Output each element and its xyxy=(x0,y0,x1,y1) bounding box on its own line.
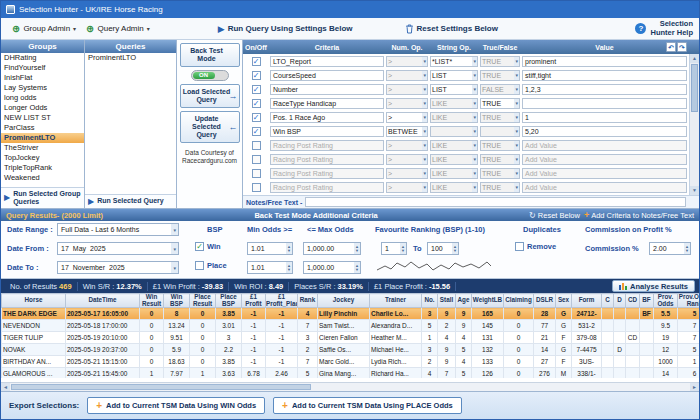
criteria-value-input[interactable]: 1 xyxy=(522,112,687,123)
criteria-value-input[interactable]: 5,20 xyxy=(522,126,687,137)
reset-below-button[interactable]: ↻ Reset Below xyxy=(529,211,580,220)
place-min-odds-spinner[interactable]: 1.01 ▲▼ xyxy=(247,261,293,274)
string-op-dropdown[interactable]: *LIST*▾ xyxy=(430,56,478,67)
group-list-item[interactable]: InishFlat xyxy=(1,73,84,83)
string-op-dropdown[interactable]: LIKE▾ xyxy=(430,182,478,193)
group-list-item[interactable]: FindYourself xyxy=(1,63,84,73)
commission-spinner[interactable]: 2.00 ▲▼ xyxy=(649,242,691,255)
back-test-mode-button[interactable]: Back Test Mode xyxy=(180,43,240,67)
results-col-header[interactable]: Horse xyxy=(2,294,66,308)
place-checkbox[interactable]: Place xyxy=(195,261,227,270)
help-button[interactable]: ? Selection Hunter Help xyxy=(635,20,693,37)
truefalse-dropdown[interactable]: TRUE▾ xyxy=(480,98,520,109)
criteria-onoff-checkbox[interactable]: ✓ xyxy=(252,127,261,136)
criteria-value-input[interactable]: Add Value xyxy=(522,182,687,193)
criteria-onoff-checkbox[interactable]: ✓ xyxy=(252,85,261,94)
results-col-header[interactable]: Trainer xyxy=(370,294,422,308)
reset-settings-button[interactable]: Reset Settings Below xyxy=(400,22,503,36)
string-op-dropdown[interactable]: LIKE▾ xyxy=(430,98,478,109)
string-op-dropdown[interactable]: LIKE▾ xyxy=(430,112,478,123)
add-tsm-place-odds-button[interactable]: + Add to Current TSM Data Using PLACE Od… xyxy=(273,397,462,414)
results-col-header[interactable]: £1 Profit xyxy=(242,294,266,308)
criteria-onoff-checkbox[interactable] xyxy=(252,155,261,164)
scroll-right-icon[interactable]: ► xyxy=(690,383,699,391)
results-col-header[interactable]: DSLR xyxy=(534,294,556,308)
string-op-dropdown[interactable]: LIST▾ xyxy=(430,84,478,95)
notes-input[interactable] xyxy=(305,197,686,207)
results-col-header[interactable]: WeightLB xyxy=(472,294,504,308)
back-test-toggle[interactable]: ON xyxy=(191,70,229,81)
run-selected-query-button[interactable]: ▶ Run Selected Query xyxy=(85,194,176,208)
scrollbar-thumb[interactable] xyxy=(11,384,311,390)
string-op-dropdown[interactable]: LIST▾ xyxy=(430,70,478,81)
results-col-header[interactable]: Age xyxy=(456,294,472,308)
run-query-button[interactable]: ▶ Run Query Using Settings Below xyxy=(213,22,358,36)
analyse-results-button[interactable]: Analyse Results xyxy=(612,280,695,292)
results-col-header[interactable]: No. xyxy=(422,294,438,308)
results-col-header[interactable]: £1 Profit_Plac xyxy=(266,294,298,308)
string-op-dropdown[interactable]: LIKE▾ xyxy=(430,140,478,151)
results-col-header[interactable]: Rank xyxy=(298,294,318,308)
criteria-value-input[interactable]: Add Value xyxy=(522,154,687,165)
results-row[interactable]: NOVAK2025-05-19 20:37:0005.902.2-1-12Saf… xyxy=(2,344,700,356)
string-op-dropdown[interactable]: LIKE▾ xyxy=(430,154,478,165)
criteria-onoff-checkbox[interactable] xyxy=(252,169,261,178)
scrollbar-thumb[interactable] xyxy=(691,64,698,112)
criteria-value-input[interactable]: Add Value xyxy=(522,168,687,179)
run-group-queries-button[interactable]: ▶ Run Selected Group Queries xyxy=(1,187,84,208)
place-max-odds-spinner[interactable]: 1,000.00 ▲▼ xyxy=(303,261,361,274)
query-admin-menu[interactable]: ⊕ Query Admin ▾ xyxy=(81,21,155,36)
fav-rank-to-spinner[interactable]: 100 ▲▼ xyxy=(427,242,459,255)
group-list-item[interactable]: Weakened xyxy=(1,173,84,183)
truefalse-dropdown[interactable]: TRUE▾ xyxy=(480,140,520,151)
num-op-dropdown[interactable]: >▾ xyxy=(386,140,428,151)
truefalse-dropdown[interactable]: TRUE▾ xyxy=(480,168,520,179)
criteria-value-input[interactable]: Add Value xyxy=(522,140,687,151)
results-col-header[interactable]: Place Result xyxy=(190,294,216,308)
criteria-onoff-checkbox[interactable]: ✓ xyxy=(252,99,261,108)
num-op-dropdown[interactable]: BETWEE▾ xyxy=(386,126,428,137)
group-list-item[interactable]: ProminentLTO xyxy=(1,133,84,143)
criteria-onoff-checkbox[interactable]: ✓ xyxy=(252,57,261,66)
criteria-onoff-checkbox[interactable] xyxy=(252,183,261,192)
criteria-onoff-checkbox[interactable]: ✓ xyxy=(252,71,261,80)
criteria-value-input[interactable]: 1,2,3 xyxy=(522,84,687,95)
num-op-dropdown[interactable]: >▾ xyxy=(386,168,428,179)
truefalse-dropdown[interactable]: TRUE▾ xyxy=(480,70,520,81)
win-max-odds-spinner[interactable]: 1,000.00 ▲▼ xyxy=(303,242,361,255)
truefalse-dropdown[interactable]: TRUE▾ xyxy=(480,154,520,165)
results-col-header[interactable]: Place BSP xyxy=(216,294,242,308)
results-row[interactable]: BIRTHDAY AN...2025-05-21 15:15:00018.630… xyxy=(2,356,700,368)
group-list-item[interactable]: ParClass xyxy=(1,123,84,133)
results-col-header[interactable]: CD xyxy=(626,294,640,308)
string-op-dropdown[interactable]: LIKE▾ xyxy=(430,168,478,179)
group-admin-menu[interactable]: ⊕ Group Admin ▾ xyxy=(7,21,81,36)
group-list-item[interactable]: TripleTopRank xyxy=(1,163,84,173)
scroll-up-icon[interactable]: ▲ xyxy=(690,54,699,63)
num-op-dropdown[interactable]: >▾ xyxy=(386,56,428,67)
truefalse-dropdown[interactable]: TRUE▾ xyxy=(480,56,520,67)
criteria-onoff-checkbox[interactable]: ✓ xyxy=(252,113,261,122)
date-from-picker[interactable]: 17 May 2025 ▾ xyxy=(57,242,179,255)
date-range-select[interactable]: Full Data - Last 6 Months ▾ xyxy=(57,223,179,236)
undo-icon[interactable]: ↶ xyxy=(666,42,676,52)
truefalse-dropdown[interactable]: ▾ xyxy=(480,126,520,137)
num-op-dropdown[interactable]: >▾ xyxy=(386,84,428,95)
results-col-header[interactable]: Sex xyxy=(556,294,572,308)
num-op-dropdown[interactable]: >▾ xyxy=(386,182,428,193)
group-list-item[interactable]: Longer Odds xyxy=(1,103,84,113)
num-op-dropdown[interactable]: >▾ xyxy=(386,112,428,123)
win-min-odds-spinner[interactable]: 1.01 ▲▼ xyxy=(247,242,293,255)
results-row[interactable]: NEVENDON2025-05-18 17:00:00013.2403.01-1… xyxy=(2,320,700,332)
results-col-header[interactable]: Prov. Odds xyxy=(654,294,678,308)
results-col-header[interactable]: DateTime xyxy=(66,294,140,308)
truefalse-dropdown[interactable]: TRUE▾ xyxy=(480,182,520,193)
criteria-scrollbar[interactable]: ▲ ▼ xyxy=(689,54,699,195)
date-to-picker[interactable]: 17 November 2025 ▾ xyxy=(57,261,179,274)
num-op-dropdown[interactable]: >▾ xyxy=(386,70,428,81)
win-checkbox[interactable]: ✓ Win xyxy=(195,242,221,251)
remove-duplicates-checkbox[interactable]: Remove xyxy=(515,242,556,251)
results-col-header[interactable]: Form xyxy=(572,294,602,308)
results-col-header[interactable]: Prov.Odds Rank xyxy=(678,294,700,308)
query-list-item[interactable]: ProminentLTO xyxy=(85,53,176,63)
